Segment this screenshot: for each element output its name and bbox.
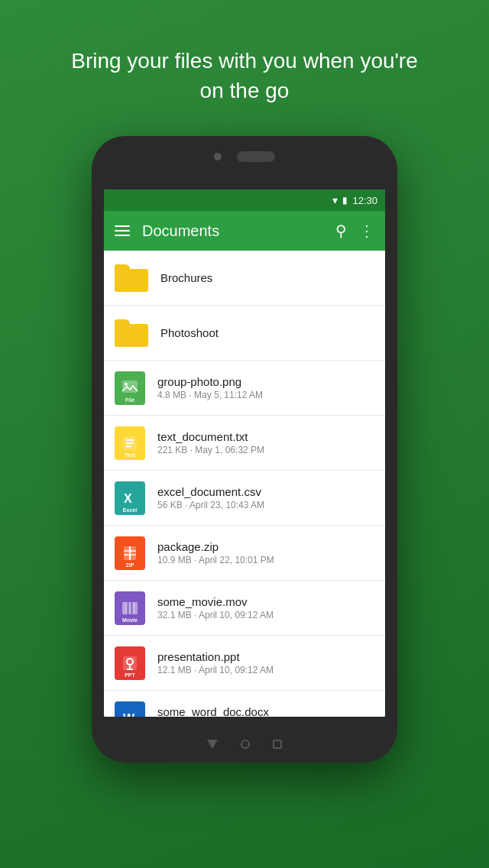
camera-dot <box>214 153 222 160</box>
txt-icon: Text <box>115 426 145 460</box>
file-name: Brochures <box>160 271 374 284</box>
ppt-icon: PPT <box>115 646 145 680</box>
file-name: text_document.txt <box>157 430 374 443</box>
status-time: 12:30 <box>352 195 377 206</box>
file-meta: 221 KB · May 1, 06:32 PM <box>157 445 374 455</box>
back-nav[interactable] <box>207 740 218 749</box>
phone-device: ▾ ▮ 12:30 Documents ⚲ ⋮ <box>92 136 397 763</box>
file-name: some_word_doc.docx <box>157 705 374 717</box>
menu-button[interactable] <box>115 225 130 236</box>
docx-icon: W Word <box>115 701 145 717</box>
phone-top-bar <box>92 151 397 162</box>
app-title: Documents <box>142 222 323 240</box>
file-list: Brochures Photoshoot File group-photo.pn… <box>104 251 385 717</box>
more-options-button[interactable]: ⋮ <box>359 222 374 240</box>
list-item[interactable]: W Word some_word_doc.docx 12.1 MB · Apri… <box>104 691 385 717</box>
file-info: Brochures <box>160 271 374 284</box>
phone-bottom-nav <box>92 740 397 749</box>
file-info: text_document.txt 221 KB · May 1, 06:32 … <box>157 430 374 455</box>
file-name: excel_document.csv <box>157 485 374 498</box>
file-meta: 32.1 MB · April 10, 09:12 AM <box>157 610 374 620</box>
list-item[interactable]: Movie some_movie.mov 32.1 MB · April 10,… <box>104 581 385 636</box>
battery-icon: ▮ <box>342 195 348 206</box>
search-button[interactable]: ⚲ <box>335 222 347 240</box>
png-icon: File <box>115 371 145 405</box>
list-item[interactable]: Brochures <box>104 251 385 306</box>
action-icons: ⚲ ⋮ <box>335 222 374 240</box>
phone-screen: ▾ ▮ 12:30 Documents ⚲ ⋮ <box>104 189 385 717</box>
file-info: some_movie.mov 32.1 MB · April 10, 09:12… <box>157 595 374 620</box>
file-info: package.zip 10.9 MB · April 22, 10:01 PM <box>157 540 374 565</box>
list-item[interactable]: Photoshoot <box>104 306 385 361</box>
file-name: group-photo.png <box>157 375 374 388</box>
file-meta: 10.9 MB · April 22, 10:01 PM <box>157 555 374 565</box>
phone-body: ▾ ▮ 12:30 Documents ⚲ ⋮ <box>92 136 397 763</box>
status-bar: ▾ ▮ 12:30 <box>104 189 385 211</box>
zip-icon: ZIP <box>115 536 145 570</box>
svg-text:X: X <box>124 492 132 505</box>
svg-point-1 <box>125 383 128 386</box>
list-item[interactable]: PPT presentation.ppt 12.1 MB · April 10,… <box>104 636 385 691</box>
file-meta: 12.1 MB · April 10, 09:12 AM <box>157 665 374 675</box>
file-info: excel_document.csv 56 KB · April 23, 10:… <box>157 485 374 510</box>
wifi-icon: ▾ <box>332 194 338 206</box>
speaker <box>237 151 275 162</box>
list-item[interactable]: Text text_document.txt 221 KB · May 1, 0… <box>104 416 385 471</box>
file-meta: 4.8 MB · May 5, 11:12 AM <box>157 390 374 400</box>
file-name: some_movie.mov <box>157 595 374 608</box>
file-name: Photoshoot <box>160 326 374 339</box>
file-info: Photoshoot <box>160 326 374 339</box>
file-name: package.zip <box>157 540 374 553</box>
csv-icon: X Excel <box>115 481 145 515</box>
list-item[interactable]: X Excel excel_document.csv 56 KB · April… <box>104 471 385 526</box>
svg-rect-12 <box>122 602 125 614</box>
recents-nav[interactable] <box>273 740 282 749</box>
file-meta: 56 KB · April 23, 10:43 AM <box>157 500 374 510</box>
list-item[interactable]: File group-photo.png 4.8 MB · May 5, 11:… <box>104 361 385 416</box>
file-info: presentation.ppt 12.1 MB · April 10, 09:… <box>157 650 374 675</box>
home-nav[interactable] <box>241 740 250 749</box>
mov-icon: Movie <box>115 591 145 625</box>
file-name: presentation.ppt <box>157 650 374 663</box>
list-item[interactable]: ZIP package.zip 10.9 MB · April 22, 10:0… <box>104 526 385 581</box>
file-info: group-photo.png 4.8 MB · May 5, 11:12 AM <box>157 375 374 400</box>
folder-icon <box>115 264 148 292</box>
file-info: some_word_doc.docx 12.1 MB · April 10, 0… <box>157 705 374 717</box>
hero-text: Bring your files with you when you're on… <box>0 0 489 128</box>
svg-rect-13 <box>134 602 138 614</box>
svg-text:W: W <box>123 712 135 717</box>
folder-icon <box>115 319 148 347</box>
svg-rect-0 <box>122 381 138 393</box>
app-bar: Documents ⚲ ⋮ <box>104 211 385 251</box>
